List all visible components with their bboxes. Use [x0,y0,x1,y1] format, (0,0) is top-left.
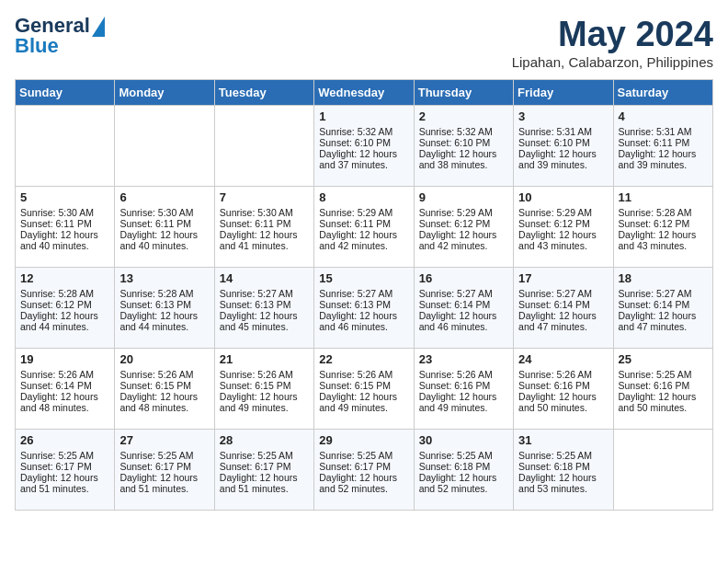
calendar-cell: 28Sunrise: 5:25 AMSunset: 6:17 PMDayligh… [214,430,313,511]
day-info: Daylight: 12 hours [518,148,608,159]
day-info: and 50 minutes. [518,402,608,413]
day-info: Daylight: 12 hours [419,391,508,402]
calendar-cell: 8Sunrise: 5:29 AMSunset: 6:11 PMDaylight… [314,187,414,268]
day-info: Sunrise: 5:25 AM [419,450,508,461]
calendar-week-row: 26Sunrise: 5:25 AMSunset: 6:17 PMDayligh… [16,430,713,511]
day-number: 14 [220,271,309,285]
day-info: Sunset: 6:13 PM [220,299,309,310]
day-number: 22 [319,352,408,366]
calendar-cell: 12Sunrise: 5:28 AMSunset: 6:12 PMDayligh… [16,268,115,349]
day-info: Daylight: 12 hours [319,472,408,483]
day-info: Sunset: 6:14 PM [20,380,109,391]
day-info: Sunset: 6:10 PM [518,137,608,148]
day-info: Sunrise: 5:26 AM [319,369,408,380]
day-info: Sunrise: 5:28 AM [119,288,209,299]
calendar-cell: 7Sunrise: 5:30 AMSunset: 6:11 PMDaylight… [214,187,313,268]
day-info: Sunrise: 5:29 AM [419,207,508,218]
day-number: 12 [20,271,109,285]
calendar-cell: 21Sunrise: 5:26 AMSunset: 6:15 PMDayligh… [214,349,313,430]
day-info: Daylight: 12 hours [119,472,209,483]
day-number: 28 [220,433,309,447]
day-info: Sunset: 6:17 PM [319,461,408,472]
day-info: Daylight: 12 hours [518,472,608,483]
calendar-cell: 19Sunrise: 5:26 AMSunset: 6:14 PMDayligh… [16,349,115,430]
day-info: Sunset: 6:12 PM [20,299,109,310]
day-info: Sunset: 6:15 PM [319,380,408,391]
calendar-cell: 27Sunrise: 5:25 AMSunset: 6:17 PMDayligh… [115,430,214,511]
day-info: Sunset: 6:12 PM [619,218,708,229]
day-info: Sunrise: 5:27 AM [518,288,608,299]
weekday-label: Saturday [613,80,712,106]
calendar-cell: 31Sunrise: 5:25 AMSunset: 6:18 PMDayligh… [514,430,613,511]
day-info: Daylight: 12 hours [20,472,109,483]
calendar-cell: 2Sunrise: 5:32 AMSunset: 6:10 PMDaylight… [414,106,513,187]
calendar-cell: 26Sunrise: 5:25 AMSunset: 6:17 PMDayligh… [16,430,115,511]
day-info: and 49 minutes. [419,402,508,413]
day-info: Daylight: 12 hours [220,229,309,240]
day-info: Daylight: 12 hours [119,391,209,402]
day-number: 3 [518,109,608,123]
day-info: Daylight: 12 hours [619,148,708,159]
day-info: Sunrise: 5:26 AM [119,369,209,380]
day-info: Sunset: 6:17 PM [220,461,309,472]
day-info: and 45 minutes. [220,321,309,332]
calendar-table: SundayMondayTuesdayWednesdayThursdayFrid… [15,79,713,511]
calendar-body: 1Sunrise: 5:32 AMSunset: 6:10 PMDaylight… [16,106,713,511]
day-info: and 42 minutes. [319,240,408,251]
day-info: Sunset: 6:17 PM [20,461,109,472]
day-info: Daylight: 12 hours [419,229,508,240]
day-info: Daylight: 12 hours [419,148,508,159]
location: Lipahan, Calabarzon, Philippines [512,54,713,70]
day-info: Daylight: 12 hours [220,391,309,402]
day-info: Sunset: 6:18 PM [419,461,508,472]
day-number: 1 [319,109,408,123]
weekday-label: Friday [514,80,613,106]
calendar-week-row: 1Sunrise: 5:32 AMSunset: 6:10 PMDaylight… [16,106,713,187]
day-info: Sunset: 6:14 PM [619,299,708,310]
day-info: Sunrise: 5:27 AM [419,288,508,299]
day-info: Sunrise: 5:28 AM [20,288,109,299]
calendar-cell: 29Sunrise: 5:25 AMSunset: 6:17 PMDayligh… [314,430,414,511]
day-number: 26 [20,433,109,447]
day-number: 5 [20,190,109,204]
weekday-label: Wednesday [314,80,414,106]
day-info: Sunset: 6:13 PM [119,299,209,310]
day-info: and 48 minutes. [20,402,109,413]
day-info: and 44 minutes. [20,321,109,332]
day-info: and 41 minutes. [220,240,309,251]
day-number: 7 [220,190,309,204]
day-info: Daylight: 12 hours [20,391,109,402]
day-info: Daylight: 12 hours [518,229,608,240]
day-number: 21 [220,352,309,366]
day-number: 27 [119,433,209,447]
day-info: Daylight: 12 hours [518,310,608,321]
calendar-cell: 11Sunrise: 5:28 AMSunset: 6:12 PMDayligh… [613,187,712,268]
day-info: Daylight: 12 hours [619,391,708,402]
day-info: Sunset: 6:11 PM [619,137,708,148]
day-info: and 48 minutes. [119,402,209,413]
day-info: Sunset: 6:11 PM [319,218,408,229]
day-number: 31 [518,433,608,447]
day-info: Sunrise: 5:25 AM [20,450,109,461]
day-info: Sunset: 6:15 PM [119,380,209,391]
calendar-cell: 25Sunrise: 5:25 AMSunset: 6:16 PMDayligh… [613,349,712,430]
day-info: Sunset: 6:12 PM [419,218,508,229]
day-info: Daylight: 12 hours [119,310,209,321]
calendar-cell: 1Sunrise: 5:32 AMSunset: 6:10 PMDaylight… [314,106,414,187]
day-info: Sunset: 6:16 PM [619,380,708,391]
calendar-cell: 13Sunrise: 5:28 AMSunset: 6:13 PMDayligh… [115,268,214,349]
month-title: May 2024 [512,15,713,54]
logo-triangle-icon [92,17,105,37]
day-info: Sunset: 6:18 PM [518,461,608,472]
day-info: Sunset: 6:10 PM [419,137,508,148]
calendar-cell [16,106,115,187]
calendar-cell: 14Sunrise: 5:27 AMSunset: 6:13 PMDayligh… [214,268,313,349]
day-info: and 49 minutes. [319,402,408,413]
day-info: Sunrise: 5:31 AM [518,126,608,137]
day-info: Daylight: 12 hours [119,229,209,240]
calendar-cell: 10Sunrise: 5:29 AMSunset: 6:12 PMDayligh… [514,187,613,268]
day-number: 2 [419,109,508,123]
day-number: 17 [518,271,608,285]
logo-blue-text: Blue [15,35,59,57]
day-info: Sunrise: 5:25 AM [518,450,608,461]
